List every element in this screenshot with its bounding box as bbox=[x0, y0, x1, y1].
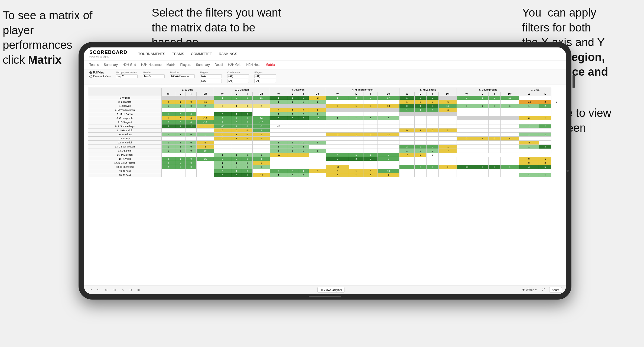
layout-button[interactable]: □+ bbox=[112, 288, 118, 292]
matrix-cell: 0 bbox=[287, 116, 298, 120]
matrix-cell bbox=[457, 124, 476, 128]
sub-nav-h2h-heatmap[interactable]: H2H Heatmap bbox=[141, 62, 162, 68]
region-select-x[interactable]: N/A bbox=[200, 74, 222, 78]
matrix-cell: 1 bbox=[539, 157, 551, 161]
players-select-y[interactable]: (All) bbox=[254, 79, 276, 83]
sub-nav-h2h-he[interactable]: H2H He... bbox=[246, 62, 261, 68]
matrix-cell bbox=[519, 120, 539, 124]
matrix-cell: 4 bbox=[519, 165, 539, 169]
matrix-cell bbox=[427, 124, 439, 128]
matrix-cell: 0 bbox=[186, 145, 197, 149]
division-label: Division bbox=[170, 71, 195, 74]
matrix-cell bbox=[500, 112, 519, 116]
nav-committee[interactable]: COMMITTEE bbox=[191, 51, 212, 57]
matrix-cell bbox=[298, 128, 309, 133]
grid-button[interactable]: ⊞ bbox=[136, 288, 141, 292]
matrix-cell: 4 bbox=[414, 104, 427, 108]
matrix-cell: 1 bbox=[539, 133, 551, 137]
matrix-cell bbox=[476, 128, 489, 133]
redo-button[interactable]: ↪ bbox=[96, 288, 101, 292]
matrix-cell bbox=[414, 112, 427, 116]
matrix-cell bbox=[298, 161, 309, 165]
col-5-header: 5. M La Sasso bbox=[399, 88, 457, 92]
matrix-cell: 17 bbox=[378, 96, 399, 100]
matrix-cell bbox=[438, 141, 457, 145]
matrix-cell bbox=[326, 124, 349, 128]
sub-nav-h2h-grid[interactable]: H2H Grid bbox=[123, 62, 136, 68]
undo-button[interactable]: ↩ bbox=[88, 288, 93, 292]
compact-view-option[interactable]: Compact View bbox=[89, 75, 110, 78]
matrix-cell bbox=[427, 169, 439, 173]
max-players-select[interactable]: Top 25 bbox=[116, 74, 138, 78]
matrix-cell: 0 bbox=[186, 161, 197, 165]
compact-view-radio[interactable] bbox=[89, 75, 92, 78]
sub-nav-matrix[interactable]: Matrix bbox=[167, 62, 175, 68]
matrix-cell bbox=[349, 161, 363, 165]
play-button[interactable]: ▷ bbox=[121, 288, 125, 292]
view-original-button[interactable]: 🖥 View: Original bbox=[317, 287, 344, 293]
matrix-cell: 0 bbox=[242, 169, 253, 173]
matrix-cell: 1 bbox=[270, 173, 287, 177]
matrix-cell bbox=[378, 112, 399, 116]
sub-nav-summary2[interactable]: Summary bbox=[196, 62, 210, 68]
sub-nav-detail[interactable]: Detail bbox=[215, 62, 223, 68]
matrix-cell: 0 bbox=[427, 108, 439, 112]
players-select-x[interactable]: (All) bbox=[254, 74, 276, 78]
gender-select[interactable]: Men's bbox=[143, 74, 165, 78]
sub-nav-h2h-grid2[interactable]: H2H Grid bbox=[228, 62, 241, 68]
matrix-cell bbox=[349, 128, 363, 133]
matrix-cell: 2 bbox=[162, 157, 175, 161]
matrix-cell: 2 bbox=[414, 153, 427, 157]
matrix-cell bbox=[488, 100, 500, 104]
matrix-cell: 1 bbox=[175, 124, 186, 128]
matrix-cell bbox=[457, 149, 476, 153]
matrix-cell: 1 bbox=[476, 104, 489, 108]
matrix-cell: 0 bbox=[186, 116, 197, 120]
add-button[interactable]: ⊕ bbox=[104, 288, 109, 292]
col4-l: L bbox=[349, 92, 363, 96]
nav-teams[interactable]: TEAMS bbox=[172, 51, 184, 57]
matrix-cell: -11 bbox=[326, 165, 349, 169]
matrix-cell: 1 bbox=[414, 108, 427, 112]
row-label: 5. M La Sasso bbox=[88, 112, 162, 116]
matrix-cell bbox=[349, 112, 363, 116]
matrix-cell: 0 bbox=[242, 137, 253, 141]
table-row: 16. K Vilips210-252204330801 bbox=[88, 157, 562, 161]
share-button[interactable]: Share bbox=[549, 287, 562, 293]
matrix-cell bbox=[175, 173, 186, 177]
matrix-cell: 2 bbox=[162, 100, 175, 104]
nav-rankings[interactable]: RANKINGS bbox=[219, 51, 237, 57]
sub-nav-teams[interactable]: Teams bbox=[89, 62, 99, 68]
nav-bar: SCOREBOARD Powered by clippd TOURNAMENTS… bbox=[84, 47, 566, 60]
matrix-cell: 2 bbox=[539, 104, 551, 108]
matrix-cell: 11 bbox=[438, 104, 457, 108]
sub-nav-matrix2[interactable]: Matrix bbox=[265, 62, 275, 68]
conference-select-x[interactable]: (All) bbox=[227, 74, 249, 78]
region-select-y[interactable]: N/A bbox=[200, 79, 222, 83]
matrix-cell: 13 bbox=[378, 104, 399, 108]
nav-tournaments[interactable]: TOURNAMENTS bbox=[138, 51, 165, 57]
matrix-cell bbox=[378, 141, 399, 145]
matrix-cell: 1 bbox=[476, 96, 489, 100]
matrix-cell bbox=[175, 137, 186, 141]
matrix-cell bbox=[349, 165, 363, 169]
matrix-cell: 0 bbox=[242, 165, 253, 169]
division-select[interactable]: NCAA Division I bbox=[170, 74, 195, 78]
matrix-cell bbox=[427, 137, 439, 141]
conference-select-y[interactable]: (All) bbox=[227, 79, 249, 83]
row-label: 2. L Clanton bbox=[88, 100, 162, 104]
matrix-cell bbox=[476, 124, 489, 128]
sub-nav-players[interactable]: Players bbox=[180, 62, 191, 68]
matrix-area[interactable]: 1. W Ding 2. L Clanton 3. J Koivun 4. M … bbox=[84, 85, 566, 285]
watch-button[interactable]: 👁 Watch ▾ bbox=[521, 288, 538, 292]
matrix-cell bbox=[399, 157, 414, 161]
settings-button[interactable]: ⊙ bbox=[128, 288, 133, 292]
sub-nav-summary[interactable]: Summary bbox=[104, 62, 118, 68]
full-view-option[interactable]: Full View bbox=[89, 71, 110, 74]
matrix-cell: 0 bbox=[186, 165, 197, 169]
matrix-cell bbox=[457, 161, 476, 165]
matrix-cell bbox=[427, 173, 439, 177]
full-view-radio[interactable] bbox=[89, 71, 92, 74]
fullscreen-button[interactable]: ⛶ bbox=[541, 288, 547, 292]
matrix-cell bbox=[326, 108, 349, 112]
